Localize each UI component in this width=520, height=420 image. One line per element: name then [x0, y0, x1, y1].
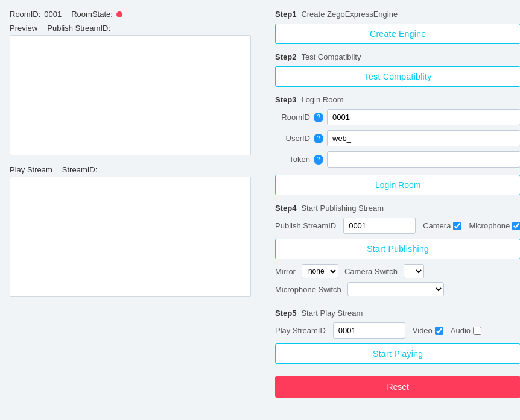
step2-desc: Test Compatiblity — [301, 52, 361, 61]
camera-label: Camera — [423, 221, 451, 230]
room-state-dot — [116, 11, 122, 17]
step4-header: Step4 Start Publishing Stream — [275, 204, 520, 213]
login-room-button[interactable]: Login Room — [275, 175, 520, 195]
step5-section: Step5 Start Play Stream Play StreamID Vi… — [275, 309, 520, 364]
camera-switch-label: Camera Switch — [344, 267, 398, 276]
token-group: Token ? — [275, 151, 520, 168]
microphone-switch-label: Microphone Switch — [275, 285, 341, 294]
play-streamid-label: StreamID: — [62, 165, 98, 174]
token-help-icon[interactable]: ? — [314, 155, 323, 165]
play-stream-header: Play Stream StreamID: — [10, 165, 263, 174]
user-id-form-label: UserID — [275, 134, 310, 143]
step1-desc: Create ZegoExpressEngine — [301, 10, 398, 19]
play-streamid-form-label: Play StreamID — [275, 326, 326, 335]
token-input[interactable] — [327, 151, 520, 168]
step2-section: Step2 Test Compatiblity Test Compatiblit… — [275, 52, 520, 87]
play-stream-label: Play Stream — [10, 165, 52, 174]
room-id-form-label: RoomID — [275, 113, 310, 122]
camera-checkbox-group: Camera — [423, 221, 461, 230]
step3-header: Step3 Login Room — [275, 95, 520, 104]
user-id-group: UserID ? — [275, 130, 520, 146]
camera-checkbox[interactable] — [453, 222, 461, 230]
step4-label: Step4 — [275, 204, 296, 213]
step1-section: Step1 Create ZegoExpressEngine Create En… — [275, 10, 520, 44]
publish-streamid-label: Publish StreamID: — [47, 24, 110, 33]
publish-streamid-input[interactable] — [343, 218, 416, 234]
step2-header: Step2 Test Compatiblity — [275, 52, 520, 61]
step5-desc: Start Play Stream — [301, 309, 363, 318]
user-id-input[interactable] — [327, 130, 520, 146]
play-video-box — [10, 177, 251, 297]
preview-label: Preview — [10, 24, 37, 33]
video-label: Video — [413, 326, 433, 335]
right-panel: Step1 Create ZegoExpressEngine Create En… — [275, 10, 520, 410]
left-panel: RoomID: 0001 RoomState: Preview Publish … — [10, 10, 263, 410]
microphone-switch-select[interactable] — [347, 282, 444, 296]
room-id-group: RoomID ? — [275, 109, 520, 125]
user-id-help-icon[interactable]: ? — [314, 134, 323, 143]
step4-section: Step4 Start Publishing Stream Publish St… — [275, 204, 520, 300]
publish-controls-row: Publish StreamID Camera Microphone — [275, 218, 520, 234]
stream-labels-row: Preview Publish StreamID: — [10, 24, 263, 33]
preview-video-box — [10, 35, 251, 155]
microphone-checkbox-group: Microphone — [469, 221, 520, 230]
room-id-value: 0001 — [44, 10, 62, 19]
step4-desc: Start Publishing Stream — [301, 204, 384, 213]
microphone-label: Microphone — [469, 221, 510, 230]
step1-header: Step1 Create ZegoExpressEngine — [275, 10, 520, 19]
room-state-label: RoomState: — [71, 10, 113, 19]
step3-desc: Login Room — [301, 95, 343, 104]
camera-switch-select[interactable] — [404, 264, 424, 278]
mirror-row: Mirror none Camera Switch — [275, 264, 520, 278]
create-engine-button[interactable]: Create Engine — [275, 24, 520, 44]
play-streamid-input[interactable] — [333, 322, 405, 339]
test-compatiblity-button[interactable]: Test Compatiblity — [275, 66, 520, 87]
room-id-info: RoomID: 0001 — [10, 10, 62, 19]
audio-checkbox[interactable] — [473, 327, 481, 335]
microphone-checkbox[interactable] — [512, 222, 520, 230]
step3-section: Step3 Login Room RoomID ? UserID ? Token… — [275, 95, 520, 195]
step5-label: Step5 — [275, 309, 296, 318]
mirror-label: Mirror — [275, 267, 296, 276]
start-publishing-button[interactable]: Start Publishing — [275, 239, 520, 259]
play-controls-row: Play StreamID Video Audio — [275, 322, 520, 339]
room-info-row: RoomID: 0001 RoomState: — [10, 10, 263, 19]
step5-header: Step5 Start Play Stream — [275, 309, 520, 318]
video-checkbox-group: Video — [413, 326, 443, 335]
step1-label: Step1 — [275, 10, 296, 19]
step3-label: Step3 — [275, 95, 296, 104]
start-playing-button[interactable]: Start Playing — [275, 343, 520, 364]
microphone-switch-row: Microphone Switch — [275, 282, 520, 296]
room-id-input[interactable] — [327, 109, 520, 125]
token-form-label: Token — [275, 155, 310, 164]
audio-checkbox-group: Audio — [451, 326, 481, 335]
video-checkbox[interactable] — [435, 327, 443, 335]
room-id-label: RoomID: — [10, 10, 40, 19]
publish-streamid-form-label: Publish StreamID — [275, 221, 336, 230]
mirror-select[interactable]: none — [302, 264, 338, 278]
room-state-info: RoomState: — [71, 10, 122, 19]
reset-button[interactable]: Reset — [275, 376, 520, 398]
room-id-help-icon[interactable]: ? — [314, 113, 323, 122]
step2-label: Step2 — [275, 52, 296, 61]
audio-label: Audio — [451, 326, 471, 335]
